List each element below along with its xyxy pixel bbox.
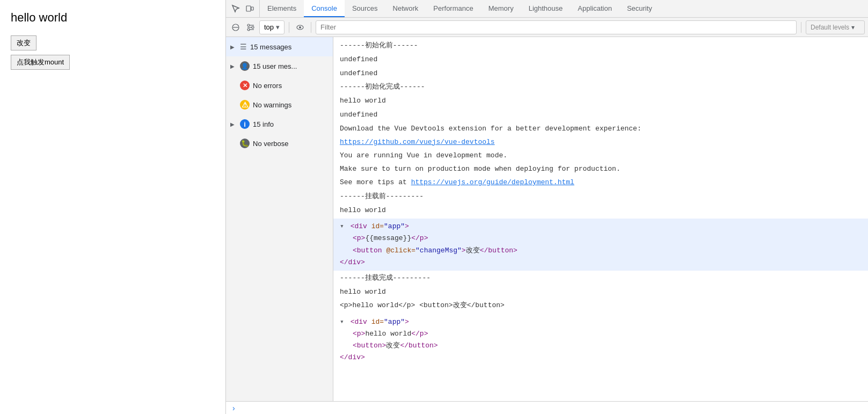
user-icon: 👤 (240, 61, 250, 71)
tab-application[interactable]: Application (570, 0, 619, 17)
chevron-placeholder-2: ▶ (230, 102, 237, 108)
svg-point-4 (247, 24, 250, 26)
console-text: ------挂载完成--------- (340, 273, 431, 284)
chevron-right-icon-3: ▶ (230, 121, 237, 127)
console-text: <p>hello world</p> <button>改变</button> (340, 300, 505, 311)
console-prompt: › (226, 401, 868, 414)
sidebar-item-all-messages[interactable]: ▶ ☰ 15 messages (226, 37, 333, 56)
console-line: ------挂载前--------- (333, 190, 868, 204)
sidebar-item-verbose[interactable]: ▶ 🐛 No verbose (226, 134, 333, 153)
eye-icon[interactable] (294, 21, 307, 34)
triangle-icon[interactable]: ▾ (340, 222, 344, 230)
levels-dropdown-icon: ▾ (851, 24, 855, 31)
console-line: hello world (333, 204, 868, 218)
context-value: top (264, 23, 274, 31)
console-line: hello world (333, 95, 868, 108)
filter-icon[interactable] (244, 21, 257, 34)
tag-close: </p> (411, 234, 428, 242)
console-line: undefined (333, 53, 868, 67)
context-select[interactable]: top ▾ (259, 20, 285, 34)
warning-icon: ⚠ (240, 100, 250, 110)
sidebar-item-warnings[interactable]: ▶ ⚠ No warnings (226, 95, 333, 114)
console-toolbar: top ▾ Default levels ▾ (226, 18, 868, 37)
chevron-placeholder-1: ▶ (230, 83, 237, 89)
svg-point-5 (252, 26, 254, 28)
dom-line: <p>hello world</p> (340, 328, 862, 340)
tag: <button (353, 246, 386, 255)
console-line: ------初始化完成------ (333, 81, 868, 95)
console-text: undefined (340, 68, 377, 79)
vue-guide-link[interactable]: https://vuejs.org/guide/deployment.html (411, 178, 574, 186)
console-text: undefined (340, 110, 377, 121)
console-text: Make sure to turn on production mode whe… (340, 164, 621, 175)
attr: id= (371, 318, 384, 326)
tab-memory[interactable]: Memory (481, 0, 521, 17)
attr-value: "app" (384, 318, 405, 326)
chevron-right-icon-2: ▶ (230, 63, 237, 69)
tab-bar: Elements Console Sources Network Perform… (226, 0, 868, 18)
filter-input[interactable] (316, 20, 797, 34)
levels-select[interactable]: Default levels ▾ (806, 20, 865, 34)
tab-lighthouse[interactable]: Lighthouse (521, 0, 571, 17)
console-output: ------初始化前------ undefined undefined ---… (333, 37, 868, 401)
toolbar-separator-2 (311, 22, 311, 33)
tag-close: </button> (400, 342, 437, 350)
tab-sources[interactable]: Sources (345, 0, 385, 17)
tab-console[interactable]: Console (304, 0, 345, 17)
vue-devtools-link[interactable]: https://github.com/vuejs/vue-devtools (340, 137, 495, 148)
sidebar-item-info[interactable]: ▶ i 15 info (226, 114, 333, 134)
verbose-icon: 🐛 (240, 139, 250, 148)
dom-block-1: ▾ <div id="app"> <p>{{message}}</p> <but… (333, 219, 868, 270)
console-line: undefined (333, 67, 868, 81)
tab-elements[interactable]: Elements (260, 0, 304, 17)
tag: <div (351, 222, 371, 230)
mount-button[interactable]: 点我触发mount (11, 55, 70, 70)
chevron-right-icon: ▶ (230, 44, 237, 50)
tag-content: 改变 (386, 342, 400, 350)
levels-value: Default levels (811, 24, 849, 31)
tag-content: {{message}} (365, 234, 411, 242)
console-line: <p>hello world</p> <button>改变</button> (333, 299, 868, 313)
svg-rect-0 (246, 6, 251, 11)
console-line: undefined (333, 108, 868, 122)
context-dropdown-icon: ▾ (276, 23, 280, 31)
console-line: ------初始化前------ (333, 39, 868, 53)
inspect-icon[interactable] (230, 3, 241, 14)
triangle-icon-2[interactable]: ▾ (340, 318, 344, 326)
main-area: ▶ ☰ 15 messages ▶ 👤 15 user mes... ▶ ✕ N… (226, 37, 868, 401)
svg-point-11 (299, 26, 301, 28)
console-text: ------初始化前------ (340, 40, 418, 52)
tab-security[interactable]: Security (619, 0, 660, 17)
sidebar-error-label: No errors (253, 82, 282, 90)
toolbar-separator (289, 22, 289, 33)
page-title: hello world (11, 11, 215, 25)
clear-console-icon[interactable] (229, 21, 242, 34)
prompt-arrow-icon: › (232, 404, 235, 412)
tab-performance[interactable]: Performance (426, 0, 480, 17)
device-icon[interactable] (244, 3, 255, 14)
console-text: See more tips at https://vuejs.org/guide… (340, 177, 574, 188)
tag-close: </div> (340, 353, 365, 361)
error-icon: ✕ (240, 81, 250, 90)
tab-network[interactable]: Network (385, 0, 426, 17)
tag-close: > (405, 222, 409, 230)
console-text: hello world (340, 96, 386, 107)
change-button[interactable]: 改变 (11, 35, 37, 50)
dom-block-2-content: ▾ <div id="app"> <p>hello world</p> <but… (340, 316, 862, 364)
sidebar-item-errors[interactable]: ▶ ✕ No errors (226, 76, 333, 95)
dom-line: ▾ <div id="app"> (340, 221, 862, 233)
sidebar-warning-label: No warnings (253, 101, 291, 109)
dom-line: </div> (340, 352, 862, 364)
dom-line: ▾ <div id="app"> (340, 316, 862, 328)
info-icon: i (240, 119, 250, 129)
svg-point-6 (247, 28, 250, 31)
tag-close: > (405, 318, 409, 326)
console-line: Download the Vue Devtools extension for … (333, 122, 868, 150)
dom-line: <button @click="changeMsg">改变</button> (340, 245, 862, 257)
tag-close-2: </button> (480, 246, 517, 255)
sidebar-item-user-messages[interactable]: ▶ 👤 15 user mes... (226, 56, 333, 76)
sidebar-verbose-label: No verbose (253, 140, 288, 148)
tag-close: </div> (340, 258, 365, 266)
sidebar-item-label: 15 messages (250, 43, 291, 51)
tag-content: 改变 (466, 246, 480, 255)
